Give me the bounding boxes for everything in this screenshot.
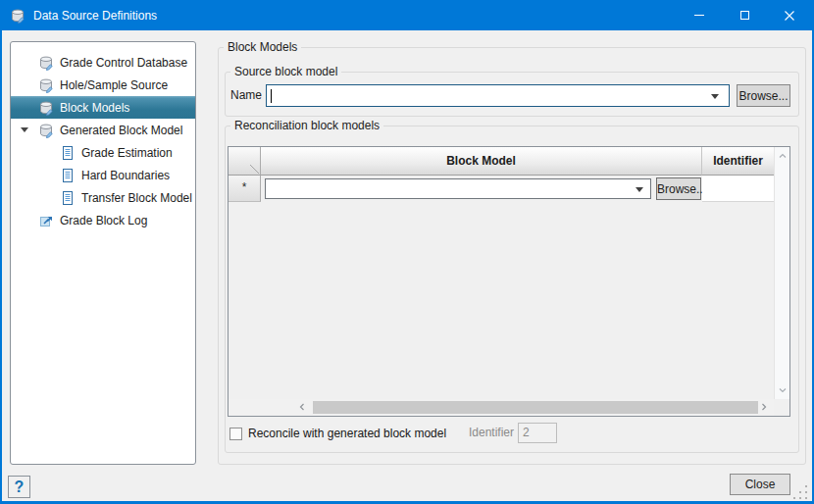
tree-item-hole-sample-source[interactable]: Hole/Sample Source bbox=[11, 74, 195, 96]
database-icon bbox=[38, 123, 54, 138]
close-icon bbox=[785, 11, 794, 21]
tree-item-generated-block-model[interactable]: Generated Block Model bbox=[11, 119, 195, 141]
reconcile-checkbox[interactable] bbox=[229, 428, 242, 440]
source-browse-button[interactable]: Browse... bbox=[737, 84, 790, 107]
dropdown-arrow-icon[interactable] bbox=[711, 94, 719, 103]
window-title: Data Source Definitions bbox=[33, 9, 157, 23]
maximize-button[interactable] bbox=[722, 0, 767, 30]
name-label: Name bbox=[230, 87, 262, 103]
source-block-model-group: Source block model Name Browse... bbox=[225, 72, 799, 117]
tree-item-grade-control-database[interactable]: Grade Control Database bbox=[11, 51, 195, 74]
database-icon bbox=[38, 100, 54, 116]
minimize-icon bbox=[694, 15, 704, 16]
block-models-group-title: Block Models bbox=[224, 40, 301, 55]
row-identifier-cell[interactable] bbox=[702, 176, 774, 202]
reconciliation-grid: Block Model Identifier * Browse... bbox=[228, 146, 790, 417]
tree-item-block-models[interactable]: Block Models bbox=[11, 96, 195, 119]
app-database-icon bbox=[10, 8, 25, 24]
text-caret bbox=[271, 89, 272, 103]
titlebar: Data Source Definitions bbox=[2, 0, 812, 30]
grid-vertical-scrollbar[interactable] bbox=[774, 147, 789, 399]
tree-item-hard-boundaries[interactable]: Hard Boundaries bbox=[11, 164, 195, 186]
tree-item-label: Block Models bbox=[60, 101, 129, 115]
row-browse-button[interactable]: Browse... bbox=[656, 177, 701, 200]
log-icon bbox=[38, 213, 54, 228]
new-row-header[interactable]: * bbox=[229, 176, 261, 202]
scroll-up-icon[interactable] bbox=[779, 153, 787, 159]
reconcile-checkbox-label: Reconcile with generated block model bbox=[248, 426, 446, 441]
column-header-block-model[interactable]: Block Model bbox=[261, 147, 702, 176]
scroll-left-icon[interactable] bbox=[299, 403, 305, 411]
source-group-title: Source block model bbox=[230, 65, 341, 79]
grid-corner-cell[interactable] bbox=[229, 147, 261, 176]
scroll-down-icon[interactable] bbox=[779, 387, 787, 393]
tree-item-grade-estimation[interactable]: Grade Estimation bbox=[11, 141, 195, 164]
document-icon bbox=[60, 145, 76, 161]
block-models-group: Block Models Source block model Name Bro… bbox=[218, 47, 806, 465]
window-controls bbox=[677, 0, 812, 30]
close-button[interactable]: Close bbox=[730, 474, 790, 495]
tree-item-label: Generated Block Model bbox=[60, 124, 182, 137]
database-icon bbox=[38, 77, 54, 93]
tree-item-label: Grade Control Database bbox=[60, 56, 187, 70]
source-name-combobox[interactable] bbox=[266, 84, 730, 107]
tree-item-grade-block-log[interactable]: Grade Block Log bbox=[11, 209, 195, 231]
tree-item-label: Grade Block Log bbox=[60, 214, 147, 227]
document-icon bbox=[60, 190, 76, 206]
reconciliation-group-title: Reconciliation block models bbox=[230, 119, 383, 133]
maximize-icon bbox=[740, 11, 749, 20]
close-window-button[interactable] bbox=[767, 0, 812, 30]
help-button[interactable]: ? bbox=[8, 476, 30, 498]
sidebar-tree: Grade Control Database Hole/Sample Sourc… bbox=[10, 41, 196, 465]
tree-expander-icon[interactable] bbox=[21, 127, 28, 136]
tree-item-label: Transfer Block Model bbox=[81, 191, 192, 205]
column-header-identifier[interactable]: Identifier bbox=[702, 147, 774, 176]
scrollbar-thumb[interactable] bbox=[313, 401, 758, 414]
row-block-model-combobox[interactable] bbox=[265, 178, 651, 199]
tree-item-transfer-block-model[interactable]: Transfer Block Model bbox=[11, 186, 195, 209]
minimize-button[interactable] bbox=[677, 0, 722, 30]
dialog-window: Data Source Definitions Grade Control Da… bbox=[0, 0, 814, 504]
resize-grip-icon[interactable] bbox=[793, 485, 807, 499]
database-icon bbox=[38, 55, 54, 71]
tree-item-label: Hard Boundaries bbox=[81, 169, 170, 182]
reconciliation-group: Reconciliation block models Block Model … bbox=[225, 126, 799, 453]
grid-horizontal-scrollbar[interactable] bbox=[229, 399, 774, 416]
dropdown-arrow-icon[interactable] bbox=[636, 187, 643, 196]
scroll-right-icon[interactable] bbox=[761, 403, 767, 411]
tree-item-label: Hole/Sample Source bbox=[60, 78, 168, 92]
tree-item-label: Grade Estimation bbox=[81, 146, 173, 160]
identifier-field[interactable]: 2 bbox=[518, 423, 557, 443]
identifier-label: Identifier bbox=[469, 426, 514, 439]
document-icon bbox=[60, 168, 76, 183]
